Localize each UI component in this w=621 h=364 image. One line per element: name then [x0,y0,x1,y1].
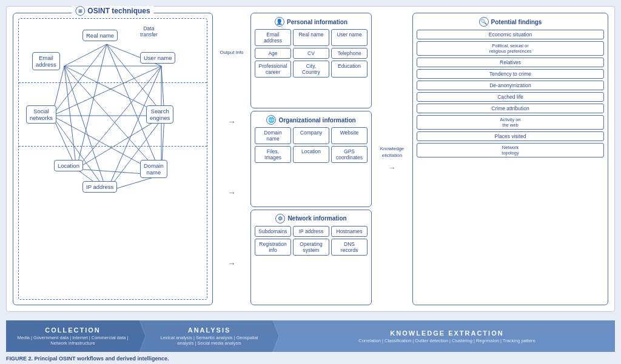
personal-icon: 👤 [275,17,284,27]
osint-title: ⊞ OSINT techniques [72,6,153,16]
collection-items: Media | Government data | Internet | Com… [12,335,133,346]
personal-cell-3: Age [255,48,291,59]
finding-1: Political, sexual orreligious preference… [417,41,604,56]
finding-8: Places visited [417,131,604,141]
finding-7: Activity onthe web [417,115,604,130]
network-cell-5: DNSrecords [331,239,368,256]
analysis-items: Lexical analysis | Semantic analysis | G… [152,335,267,346]
findings-icon: 🔍 [479,17,489,27]
divider-2 [19,146,207,147]
network-cell-0: Subdomains [255,226,291,237]
osint-inner: Real name Datatransfer Emailaddress User… [18,18,207,300]
finding-9: Networktopology [417,143,604,157]
personal-cell-8: Education [331,61,368,78]
finding-4: De-anonymization [417,81,604,90]
svg-line-0 [64,44,107,66]
personal-title: 👤 Personal information [255,17,368,27]
finding-0: Economic situation [417,30,604,39]
network-cell-1: IP address [293,226,329,237]
diagram-area: ⊞ OSINT techniques [13,13,608,305]
ke-area: Knowledge elicitation → [375,13,409,305]
output-info-label: Output info [220,50,243,56]
ke-arrow: → [389,164,396,172]
collection-section: COLLECTION Media | Government data | Int… [6,320,146,352]
personal-cell-4: CV [293,48,329,59]
network-title: ⚙ Network information [255,214,368,223]
network-cell-3: Registrationinfo [255,239,291,256]
arrow-3: → [227,259,236,268]
figure-caption: FIGURE 2. Principal OSINT workflows and … [6,356,615,362]
personal-section: 👤 Personal information Emailaddress Real… [250,13,372,108]
network-section: ⚙ Network information Subdomains IP addr… [250,210,372,305]
svg-line-2 [52,44,107,116]
ke-label: Knowledge elicitation [375,146,409,159]
personal-cell-2: User name [331,29,368,46]
node-data-transfer: Datatransfer [137,24,161,39]
node-location: Location [54,160,83,171]
analysis-title: ANALYSIS [188,326,231,334]
org-cell-3: Files,Images [255,146,291,163]
findings-panel: 🔍 Potential findings Economic situation … [412,13,608,305]
osint-icon: ⊞ [75,6,85,16]
node-real-name: Real name [82,30,118,41]
arrow-1: → [227,117,236,127]
middle-panel: 👤 Personal information Emailaddress Real… [250,13,372,305]
finding-5: Cached life [417,92,604,102]
personal-cell-5: Telephone [331,48,368,59]
svg-line-20 [52,116,107,191]
divider-1 [19,82,207,83]
knowledge-items: Correlation | Classification | Outlier d… [358,338,535,343]
findings-title: 🔍 Potential findings [417,17,604,27]
network-cell-4: Operatingsystem [293,239,329,256]
bottom-banner: COLLECTION Media | Government data | Int… [6,320,615,352]
network-icon: ⚙ [275,214,285,223]
org-cell-1: Company [293,127,329,144]
svg-line-4 [76,44,107,169]
personal-cell-1: Real name [293,29,329,46]
node-username: User name [140,52,175,64]
osint-panel: ⊞ OSINT techniques [13,13,213,305]
personal-grid: Emailaddress Real name User name Age CV … [255,29,368,78]
knowledge-section: KNOWLEDGE EXTRACTION Correlation | Class… [273,320,615,352]
svg-line-23 [107,116,164,191]
node-email: Emailaddress [32,52,60,70]
arrow-2: → [227,188,236,197]
org-grid: Domainname Company Website Files,Images … [255,127,368,163]
org-cell-5: GPScoordinates [331,146,368,163]
network-cell-2: Hostnames [331,226,368,237]
org-title: 🌐 Organizational information [255,115,368,125]
node-search: Searchengines [146,105,173,124]
node-social: Socialnetworks [26,105,56,124]
analysis-section: ANALYSIS Lexical analysis | Semantic ana… [139,320,279,352]
main-container: ⊞ OSINT techniques [6,6,615,312]
svg-line-9 [64,66,76,169]
org-cell-0: Domainname [255,127,291,144]
personal-cell-0: Emailaddress [255,29,291,46]
finding-6: Crime attribution [417,104,604,113]
org-section: 🌐 Organizational information Domainname … [250,111,372,207]
org-cell-4: Location [293,146,329,163]
node-ip: IP address [82,181,117,193]
org-cell-2: Website [331,127,368,144]
knowledge-title: KNOWLEDGE EXTRACTION [390,329,503,337]
org-icon: 🌐 [266,115,276,125]
node-domain: Domainname [140,160,167,178]
personal-cell-6: Professionalcareer [255,61,291,78]
arrow-area: Output info → → → [217,13,247,305]
network-grid: Subdomains IP address Hostnames Registra… [255,226,368,256]
finding-2: Relatives [417,58,604,67]
finding-3: Tendency to crime [417,69,604,79]
personal-cell-7: City,Country [293,61,329,78]
collection-title: COLLECTION [45,326,101,334]
svg-line-12 [52,66,161,116]
svg-line-11 [64,66,107,191]
